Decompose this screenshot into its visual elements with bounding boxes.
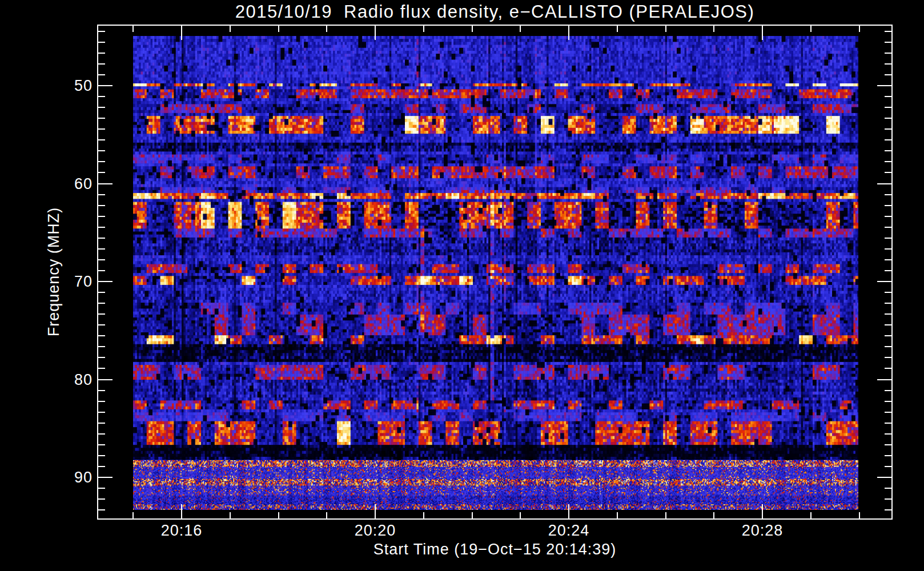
y-tick-label: 50	[53, 77, 93, 95]
plot-frame	[97, 25, 893, 520]
axis-tick	[810, 512, 811, 520]
axis-tick	[885, 509, 893, 510]
axis-tick	[885, 172, 893, 173]
axis-tick	[713, 25, 714, 32]
axis-tick	[97, 139, 105, 140]
y-tick-label: 80	[53, 371, 93, 389]
axis-tick	[97, 42, 105, 43]
axis-tick	[665, 512, 666, 520]
axis-tick	[885, 118, 893, 119]
axis-tick	[885, 498, 893, 500]
axis-tick	[877, 379, 893, 380]
axis-tick	[885, 238, 893, 239]
axis-tick	[97, 498, 105, 500]
axis-tick	[97, 31, 105, 32]
axis-tick	[97, 324, 105, 325]
axis-tick	[885, 433, 893, 435]
axis-tick	[132, 25, 134, 32]
axis-tick	[885, 139, 893, 140]
axis-tick	[859, 512, 860, 520]
axis-tick	[885, 401, 893, 402]
axis-tick	[877, 477, 893, 478]
axis-tick	[181, 504, 182, 520]
axis-tick	[885, 270, 893, 271]
axis-tick	[230, 512, 231, 520]
axis-tick	[97, 281, 113, 282]
axis-tick	[568, 25, 569, 40]
axis-tick	[97, 390, 105, 391]
axis-tick	[97, 194, 105, 195]
axis-tick	[97, 118, 105, 119]
axis-tick	[97, 150, 105, 151]
axis-tick	[472, 25, 473, 32]
axis-tick	[97, 379, 113, 380]
axis-tick	[97, 488, 105, 489]
axis-tick	[97, 238, 105, 239]
x-axis-title: Start Time (19−Oct−15 20:14:39)	[97, 541, 893, 558]
axis-tick	[132, 512, 134, 520]
axis-tick	[520, 25, 521, 32]
axis-tick	[97, 292, 105, 293]
axis-tick	[885, 74, 893, 75]
axis-tick	[97, 216, 105, 217]
axis-tick	[97, 63, 105, 65]
axis-tick	[97, 335, 105, 336]
axis-tick	[278, 512, 279, 520]
axis-tick	[97, 248, 105, 250]
radio-spectrogram-page: { "page": { "background": "#000000", "te…	[0, 0, 924, 571]
axis-tick	[472, 512, 473, 520]
axis-tick	[885, 444, 893, 445]
y-tick-label: 90	[53, 469, 93, 486]
axis-tick	[877, 183, 893, 184]
axis-tick	[181, 25, 182, 40]
axis-tick	[97, 313, 105, 315]
axis-tick	[97, 303, 105, 304]
axis-tick	[568, 504, 569, 520]
axis-tick	[520, 512, 521, 520]
axis-tick	[885, 128, 893, 130]
axis-tick	[423, 25, 424, 32]
axis-tick	[885, 303, 893, 304]
axis-tick	[97, 259, 105, 260]
axis-tick	[97, 183, 113, 184]
axis-tick	[885, 335, 893, 336]
axis-tick	[885, 248, 893, 250]
axis-tick	[97, 477, 113, 478]
axis-tick	[885, 357, 893, 358]
axis-tick	[230, 25, 231, 32]
axis-tick	[97, 444, 105, 445]
axis-tick	[885, 31, 893, 32]
axis-tick	[665, 25, 666, 32]
axis-tick	[810, 25, 811, 32]
axis-tick	[885, 423, 893, 424]
axis-tick	[885, 63, 893, 65]
axis-tick	[97, 205, 105, 206]
axis-tick	[885, 259, 893, 260]
axis-tick	[877, 281, 893, 282]
axis-tick	[326, 25, 327, 32]
axis-tick	[885, 42, 893, 43]
axis-tick	[885, 194, 893, 195]
axis-tick	[885, 107, 893, 108]
x-tick-label: 20:16	[161, 522, 203, 540]
axis-tick	[97, 346, 105, 347]
axis-tick	[326, 512, 327, 520]
axis-tick	[97, 433, 105, 435]
axis-tick	[97, 509, 105, 510]
axis-tick	[97, 161, 105, 162]
axis-tick	[97, 96, 105, 97]
x-tick-label: 20:24	[548, 522, 590, 540]
axis-tick	[97, 227, 105, 228]
axis-tick	[885, 346, 893, 347]
y-tick-label: 60	[53, 175, 93, 193]
axis-tick	[877, 85, 893, 86]
axis-tick	[97, 172, 105, 173]
x-tick-label: 20:28	[742, 522, 784, 540]
axis-tick	[885, 96, 893, 97]
axis-tick	[97, 455, 105, 456]
axis-tick	[97, 74, 105, 75]
axis-tick	[885, 205, 893, 206]
axis-tick	[97, 412, 105, 413]
axis-tick	[375, 25, 376, 40]
axis-tick	[617, 25, 618, 32]
